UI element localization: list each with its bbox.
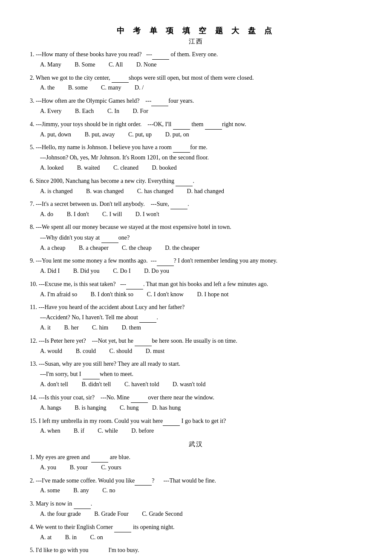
question-1: 1. ---How many of these books have you r…	[30, 49, 362, 70]
q15-option-d: D. before	[131, 426, 154, 436]
s2-question-1: 1. My eyes are green and are blue. A. yo…	[30, 452, 362, 473]
q15-option-c: C. while	[98, 426, 118, 436]
q1-text: 1. ---How many of these books have you r…	[30, 49, 362, 60]
q4-text: 4. ---Jimmy, your toys should be in righ…	[30, 119, 362, 130]
s2-q1-option-a: A. you	[40, 462, 56, 473]
q14-option-a: A. hangs	[40, 403, 61, 413]
q9-blank	[157, 255, 174, 266]
section1-title: 江西	[30, 38, 362, 46]
q8-option-c: C. the cheap	[122, 243, 152, 253]
q1-option-c: C. All	[109, 60, 123, 70]
s2-q3-text: 3. Mary is now in .	[30, 498, 362, 509]
s2-q1-option-c: C. yours	[101, 462, 121, 473]
q15-blank	[163, 416, 180, 426]
s2-q2-options: A. some B. any C. no	[40, 486, 362, 496]
s2-q2-blank	[135, 475, 152, 486]
q3-option-a: A. Every	[40, 106, 62, 116]
q8-text2: ---Why didn't you stay at one?	[40, 232, 362, 243]
s2-q4-text: 4. We went to their English Corner its o…	[30, 522, 362, 532]
q5-text2: ---Johnson? Oh, yes, Mr Johnson. It's Ro…	[40, 153, 362, 163]
s2-q1-text: 1. My eyes are green and are blue.	[30, 452, 362, 462]
q4-option-d: D. put, on	[165, 130, 189, 140]
q12-option-b: B. could	[76, 346, 96, 356]
s2-q2-option-c: C. no	[102, 486, 115, 496]
q4-blank1	[173, 119, 190, 130]
q12-options: A. would B. could C. should D. must	[40, 346, 362, 356]
q10-options: A. I'm afraid so B. I don't think so C. …	[40, 289, 362, 300]
question-15: 15. I left my umbrella in my room. Could…	[30, 416, 362, 436]
question-7: 7. ---It's a secret between us. Don't te…	[30, 199, 362, 220]
page-container: 中 考 单 项 填 空 题 大 盘 点 江西 1. ---How many of…	[30, 26, 362, 555]
q8-option-d: D. the cheaper	[165, 243, 199, 253]
q3-option-b: B. Each	[75, 106, 94, 116]
s2-q1-blank	[91, 452, 108, 462]
q14-blank	[131, 392, 148, 403]
section2-questions: 1. My eyes are green and are blue. A. yo…	[30, 452, 362, 555]
question-3: 3. ---How often are the Olympic Games he…	[30, 95, 362, 116]
q2-blank	[112, 72, 129, 83]
s2-q4-blank	[114, 522, 131, 532]
q13-option-a: A. don't tell	[40, 379, 68, 390]
q6-option-b: B. was changed	[86, 186, 124, 197]
question-4: 4. ---Jimmy, your toys should be in righ…	[30, 119, 362, 140]
q7-text: 7. ---It's a secret between us. Don't te…	[30, 199, 362, 209]
question-2: 2. When we got to the city center, shops…	[30, 72, 362, 93]
q14-option-d: D. has hung	[152, 403, 181, 413]
q13-text: 13. ---Susan, why are you still here? Th…	[30, 359, 362, 369]
q10-text: 10. ---Excuse me, is this seat taken? --…	[30, 279, 362, 289]
q5-blank	[173, 142, 190, 153]
q8-option-a: A. a cheap	[40, 243, 65, 253]
q3-option-d: D. For	[133, 106, 148, 116]
q5-option-d: D. booked	[152, 163, 176, 173]
q6-option-a: A. is changed	[40, 186, 73, 197]
question-14: 14. ---Is this your coat, sir? ---No. Mi…	[30, 392, 362, 413]
q7-option-c: C. I will	[102, 209, 122, 220]
q12-option-c: C. should	[110, 346, 133, 356]
q3-blank	[151, 95, 168, 106]
q12-option-d: D. must	[146, 346, 164, 356]
s2-q5-text: 5. I'd like to go with you I'm too busy.	[30, 545, 362, 555]
q12-option-a: A. would	[40, 346, 62, 356]
q11-option-b: B. her	[64, 323, 78, 333]
q1-option-d: D. None	[136, 60, 156, 70]
q8-text: 8. ---We spent all our money because we …	[30, 222, 362, 232]
q13-option-b: B. didn't tell	[81, 379, 111, 390]
s2-question-3: 3. Mary is now in . A. the four grade B.…	[30, 498, 362, 519]
s2-question-4: 4. We went to their English Corner its o…	[30, 522, 362, 543]
q10-option-d: D. I hope not	[197, 289, 228, 300]
q5-option-c: C. cleaned	[113, 163, 138, 173]
q12-blank	[135, 335, 152, 346]
q13-option-c: C. haven't told	[124, 379, 159, 390]
question-9: 9. ---You lent me some money a few month…	[30, 255, 362, 276]
q4-blank2	[205, 119, 222, 130]
q6-option-d: D. had changed	[187, 186, 224, 197]
q5-options: A. looked B. waited C. cleaned D. booked	[40, 163, 362, 173]
q4-option-c: C. put, up	[128, 130, 152, 140]
q3-options: A. Every B. Each C. In D. For	[40, 106, 362, 116]
q13-options: A. don't tell B. didn't tell C. haven't …	[40, 379, 362, 390]
s2-q1-option-b: B. your	[70, 462, 88, 473]
q7-option-a: A. do	[40, 209, 53, 220]
s2-q4-option-a: A. at	[40, 532, 52, 543]
s2-q3-option-c: C. Grade Second	[142, 509, 182, 519]
q7-options: A. do B. I don't C. I will D. I won't	[40, 209, 362, 220]
s2-q5-blank	[90, 545, 107, 555]
q13-text2: ---I'm sorry, but I when to meet.	[40, 369, 362, 379]
q14-text: 14. ---Is this your coat, sir? ---No. Mi…	[30, 392, 362, 403]
q15-option-b: B. if	[74, 426, 84, 436]
q2-option-d: D. /	[135, 83, 144, 93]
q13-blank	[83, 369, 100, 379]
s2-q1-options: A. you B. your C. yours	[40, 462, 362, 473]
q10-option-c: C. I don't know	[147, 289, 184, 300]
q11-text2: ---Accident? No, I haven't. Tell me abou…	[40, 312, 362, 323]
q3-option-c: C. In	[107, 106, 119, 116]
q13-option-d: D. wasn't told	[173, 379, 206, 390]
q9-option-c: C. Do I	[113, 266, 131, 276]
q8-blank	[101, 232, 118, 243]
q14-options: A. hangs B. is hanging C. hung D. has hu…	[40, 403, 362, 413]
q11-option-d: D. them	[122, 323, 141, 333]
q10-option-b: B. I don't think so	[91, 289, 133, 300]
q3-text: 3. ---How often are the Olympic Games he…	[30, 95, 362, 106]
page-title: 中 考 单 项 填 空 题 大 盘 点	[30, 26, 362, 36]
q1-option-b: B. Some	[75, 60, 95, 70]
